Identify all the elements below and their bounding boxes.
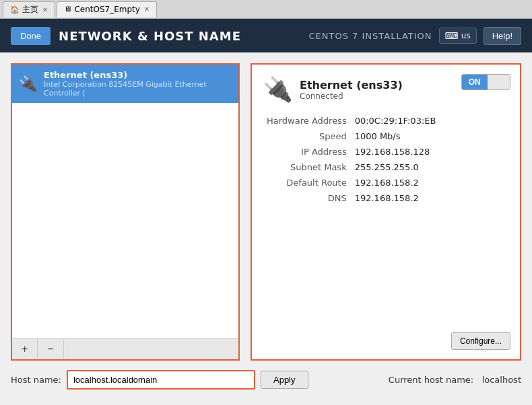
table-row: Default Route 192.168.158.2 <box>263 175 509 190</box>
field-value-hardware: 00:0C:29:1F:03:EB <box>351 113 509 128</box>
done-button[interactable]: Done <box>11 27 51 45</box>
header-right: CENTOS 7 INSTALLATION ⌨ us Help! <box>309 27 521 45</box>
field-label-route: Default Route <box>263 175 351 190</box>
host-name-input[interactable] <box>67 370 255 390</box>
table-row: IP Address 192.168.158.128 <box>263 144 509 159</box>
detail-title-group: Ethernet (ens33) Connected <box>300 79 403 101</box>
toggle-on-button[interactable]: ON <box>462 75 488 89</box>
network-item-ens33[interactable]: 🔌 Ethernet (ens33) Intel Corporation 825… <box>12 65 238 103</box>
tab-home[interactable]: 🏠 主页 ✕ <box>3 1 55 17</box>
ethernet-icon: 🔌 <box>19 75 37 92</box>
tab-centos[interactable]: 🖥 CentOS7_Empty ✕ <box>57 1 157 17</box>
field-value-speed: 1000 Mb/s <box>351 128 509 144</box>
apply-button[interactable]: Apply <box>261 371 308 389</box>
configure-button[interactable]: Configure... <box>451 332 510 350</box>
keyboard-language-widget[interactable]: ⌨ us <box>439 28 477 44</box>
add-network-button[interactable]: + <box>12 339 38 359</box>
field-value-subnet: 255.255.255.0 <box>351 159 509 175</box>
table-row: DNS 192.168.158.2 <box>263 190 509 206</box>
tab-centos-label: CentOS7_Empty <box>74 5 139 14</box>
tab-home-close[interactable]: ✕ <box>42 6 48 13</box>
table-row: Hardware Address 00:0C:29:1F:03:EB <box>263 113 509 128</box>
network-toggle[interactable]: ON <box>461 74 510 90</box>
current-host-label: Current host name: localhost <box>389 375 521 385</box>
current-host-value: localhost <box>482 375 521 385</box>
field-value-dns: 192.168.158.2 <box>351 190 509 206</box>
field-value-ip: 192.168.158.128 <box>351 144 509 159</box>
header-left: Done NETWORK & HOST NAME <box>11 27 241 45</box>
help-button[interactable]: Help! <box>484 27 521 45</box>
page-title: NETWORK & HOST NAME <box>59 29 241 43</box>
field-value-route: 192.168.158.2 <box>351 175 509 190</box>
detail-network-name: Ethernet (ens33) <box>300 79 403 91</box>
network-list-panel: 🔌 Ethernet (ens33) Intel Corporation 825… <box>11 63 240 361</box>
table-row: Speed 1000 Mb/s <box>263 128 509 144</box>
keyboard-icon: ⌨ <box>445 30 459 41</box>
detail-table: Hardware Address 00:0C:29:1F:03:EB Speed… <box>263 113 509 206</box>
main-content: 🔌 Ethernet (ens33) Intel Corporation 825… <box>0 52 532 405</box>
field-label-ip: IP Address <box>263 144 351 159</box>
bottom-bar: Host name: Apply Current host name: loca… <box>11 367 521 392</box>
field-label-hardware: Hardware Address <box>263 113 351 128</box>
keyboard-lang-label: us <box>461 31 471 40</box>
header: Done NETWORK & HOST NAME CENTOS 7 INSTAL… <box>0 19 532 52</box>
tab-home-label: 主页 <box>22 4 38 15</box>
home-icon: 🏠 <box>10 5 20 14</box>
tab-centos-close[interactable]: ✕ <box>144 5 149 13</box>
network-detail-panel: ON 🔌 Ethernet (ens33) Connected Hardware… <box>251 63 521 361</box>
field-label-subnet: Subnet Mask <box>263 159 351 175</box>
toggle-off-button[interactable] <box>488 75 510 89</box>
remove-network-button[interactable]: − <box>38 339 63 359</box>
table-row: Subnet Mask 255.255.255.0 <box>263 159 509 175</box>
field-label-dns: DNS <box>263 190 351 206</box>
detail-ethernet-icon: 🔌 <box>263 75 293 104</box>
tab-bar: 🏠 主页 ✕ 🖥 CentOS7_Empty ✕ <box>0 0 532 19</box>
field-label-speed: Speed <box>263 128 351 144</box>
network-list: 🔌 Ethernet (ens33) Intel Corporation 825… <box>12 65 238 338</box>
detail-network-status: Connected <box>300 91 403 101</box>
current-host-prefix: Current host name: <box>389 375 473 385</box>
network-item-desc: Intel Corporation 82545EM Gigabit Ethern… <box>44 80 232 98</box>
network-item-name: Ethernet (ens33) <box>44 70 232 80</box>
content-row: 🔌 Ethernet (ens33) Intel Corporation 825… <box>11 63 521 361</box>
list-actions: + − <box>12 338 238 359</box>
network-item-info: Ethernet (ens33) Intel Corporation 82545… <box>44 70 232 98</box>
host-name-label: Host name: <box>11 375 61 385</box>
centos-installation-label: CENTOS 7 INSTALLATION <box>309 31 432 41</box>
centos-tab-icon: 🖥 <box>64 5 71 13</box>
